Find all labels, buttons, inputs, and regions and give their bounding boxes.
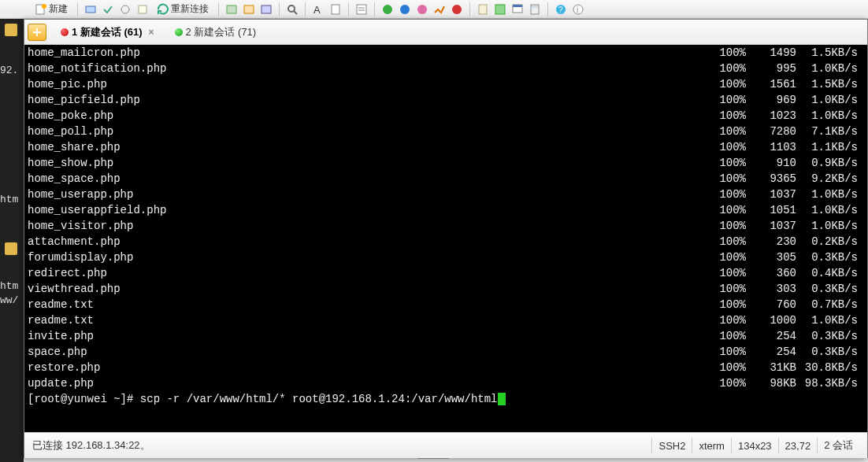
font-icon[interactable]: A [312, 3, 325, 16]
bytes: 1037 [746, 218, 796, 234]
rate: 1.0KB/s [796, 61, 864, 76]
rate: 1.5KB/s [796, 76, 864, 92]
terminal-output[interactable]: home_mailcron.php100%14991.5KB/shome_not… [24, 45, 867, 432]
file-name: home_userappfield.php [28, 202, 702, 218]
file-name: update.php [28, 375, 702, 391]
rate: 1.0KB/s [796, 312, 864, 328]
toolbar-icon-4[interactable] [136, 3, 149, 16]
add-tab-button[interactable] [28, 24, 46, 41]
rate: 1.0KB/s [796, 218, 864, 234]
bytes: 305 [746, 249, 796, 265]
rate: 7.1KB/s [796, 124, 864, 139]
toolbar-icon-c[interactable] [260, 3, 273, 16]
status-protocol: SSH2 [651, 438, 692, 453]
book-icon[interactable] [477, 3, 489, 16]
search-icon[interactable] [286, 3, 299, 16]
svg-rect-5 [227, 6, 236, 13]
prop-icon[interactable] [355, 3, 368, 16]
file-name: viewthread.php [28, 281, 702, 297]
bytes: 1000 [746, 312, 796, 328]
percent: 100% [702, 249, 746, 265]
file-name: home_notification.php [28, 61, 702, 76]
svg-line-9 [294, 11, 297, 14]
terminal-window: 1 新建会话 (61) × 2 新建会话 (71) home_mailcron.… [24, 19, 868, 458]
session-tab-1[interactable]: 1 新建会话 (61) × [53, 22, 165, 43]
percent: 100% [702, 297, 746, 312]
file-name: readme.txt [28, 297, 702, 312]
percent: 100% [702, 155, 746, 171]
globe-pink-icon[interactable] [416, 3, 428, 16]
toolbar-icon-2[interactable] [102, 3, 114, 16]
file-name: readme.txt [28, 312, 702, 328]
bytes: 1561 [746, 76, 796, 92]
percent: 100% [702, 171, 746, 187]
terminal-row: home_userappfield.php100%10511.0KB/s [24, 202, 867, 218]
bytes: 31KB [746, 360, 796, 375]
toolbar-icon-3[interactable] [119, 3, 132, 16]
toolbar-icon-a[interactable] [225, 3, 238, 16]
bytes: 230 [746, 234, 796, 249]
help-icon[interactable]: ? [555, 3, 567, 16]
file-name: home_poll.php [28, 124, 702, 139]
file-name: home_space.php [28, 171, 702, 187]
file-name: home_userapp.php [28, 187, 702, 202]
session-tab-2[interactable]: 2 新建会话 (71) [167, 22, 265, 43]
bytes: 254 [746, 344, 796, 360]
session-tabbar: 1 新建会话 (61) × 2 新建会话 (71) [24, 20, 867, 45]
status-size: 134x23 [731, 438, 778, 453]
file-name: forumdisplay.php [28, 249, 702, 265]
close-tab-button[interactable]: × [146, 27, 158, 38]
terminal-prompt[interactable]: [root@yunwei ~]# scp -r /var/www/html/* … [24, 391, 867, 407]
rate: 0.3KB/s [796, 249, 864, 265]
bytes: 254 [746, 328, 796, 344]
bg-text: htm [0, 194, 24, 205]
rate: 1.0KB/s [796, 108, 864, 124]
page-icon[interactable] [329, 3, 342, 16]
svg-rect-11 [332, 5, 339, 14]
percent: 100% [702, 218, 746, 234]
rate: 0.7KB/s [796, 297, 864, 312]
terminal-row: space.php100%2540.3KB/s [24, 344, 867, 360]
rate: 1.0KB/s [796, 202, 864, 218]
file-name: attachment.php [28, 234, 702, 249]
percent: 100% [702, 45, 746, 61]
globe-blue-icon[interactable] [399, 3, 411, 16]
status-dot-icon [61, 28, 69, 36]
toolbar-icon-1[interactable] [84, 3, 97, 16]
file-name: home_poke.php [28, 108, 702, 124]
toolbar-new[interactable]: 新建 [32, 1, 71, 17]
percent: 100% [702, 265, 746, 281]
rate: 0.3KB/s [796, 344, 864, 360]
svg-point-17 [417, 5, 427, 14]
percent: 100% [702, 108, 746, 124]
terminal-row: home_share.php100%11031.1KB/s [24, 139, 867, 155]
bytes: 1051 [746, 202, 796, 218]
reconnect-icon [157, 3, 169, 16]
bytes: 760 [746, 297, 796, 312]
terminal-row: home_poll.php100%72807.1KB/s [24, 124, 867, 139]
calc-icon[interactable] [529, 3, 541, 16]
terminal-row: home_picfield.php100%9691.0KB/s [24, 92, 867, 108]
bytes: 9365 [746, 171, 796, 187]
percent: 100% [702, 312, 746, 328]
rate: 1.5KB/s [796, 45, 864, 61]
toolbar-icon-b[interactable] [243, 3, 255, 16]
bg-text: ww/ [0, 294, 24, 306]
terminal-row: home_notification.php100%9951.0KB/s [24, 61, 867, 76]
conn-icon[interactable] [433, 3, 446, 16]
percent: 100% [702, 139, 746, 155]
red-dot-icon[interactable] [451, 3, 463, 16]
win-icon[interactable] [511, 3, 524, 16]
terminal-row: attachment.php100%2300.2KB/s [24, 234, 867, 249]
status-term-type: xterm [692, 438, 731, 453]
about-icon[interactable]: i [572, 3, 584, 16]
svg-rect-7 [262, 6, 271, 13]
rate: 0.2KB/s [796, 234, 864, 249]
globe-green-icon[interactable] [381, 3, 394, 16]
file-name: home_share.php [28, 139, 702, 155]
file-name: home_show.php [28, 155, 702, 171]
toolbar-reconnect[interactable]: 重新连接 [154, 1, 212, 17]
bytes: 1103 [746, 139, 796, 155]
terminal-row: redirect.php100%3600.4KB/s [24, 265, 867, 281]
green-sq-icon[interactable] [494, 3, 506, 16]
